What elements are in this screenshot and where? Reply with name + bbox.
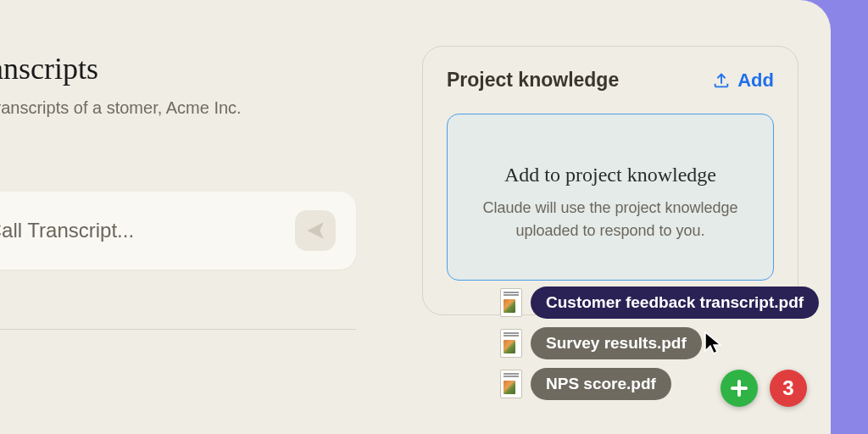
- drag-badges: 3: [721, 370, 807, 407]
- cursor-icon: [704, 331, 724, 356]
- dropzone-title: Add to project knowledge: [468, 164, 753, 186]
- count-badge: 3: [770, 370, 807, 407]
- file-name-pill: Customer feedback transcript.pdf: [531, 287, 819, 319]
- dragged-file[interactable]: NPS score.pdf: [500, 368, 868, 400]
- file-name-pill: Survey results.pdf: [531, 327, 702, 359]
- divider: [0, 329, 356, 330]
- panel-title: Project knowledge: [447, 69, 619, 92]
- knowledge-dropzone[interactable]: Add to project knowledge Claude will use…: [447, 114, 774, 281]
- add-button[interactable]: Add: [712, 70, 774, 92]
- main-content: er Call Transcripts ontains the call tra…: [0, 0, 390, 434]
- dragged-file[interactable]: Survey results.pdf: [500, 327, 868, 359]
- message-input[interactable]: Customer Call Transcript...: [0, 219, 281, 242]
- project-knowledge-panel: Project knowledge Add Add to project kno…: [422, 46, 798, 315]
- add-badge: [721, 370, 758, 407]
- file-name-pill: NPS score.pdf: [531, 368, 671, 400]
- list-item[interactable]: Ahsam: [0, 348, 356, 366]
- send-icon: [304, 220, 326, 242]
- dropzone-description: Claude will use the project knowledge up…: [468, 197, 753, 242]
- message-input-container: Customer Call Transcript...: [0, 192, 356, 270]
- plus-icon: [729, 378, 749, 398]
- project-description: ontains the call transcripts of a stomer…: [0, 95, 356, 120]
- upload-icon: [712, 71, 731, 90]
- panel-header: Project knowledge Add: [447, 69, 774, 92]
- send-button[interactable]: [295, 210, 336, 251]
- dragged-files-group: Customer feedback transcript.pdf Survey …: [500, 287, 868, 409]
- project-title: er Call Transcripts: [0, 51, 356, 86]
- dragged-file[interactable]: Customer feedback transcript.pdf: [500, 287, 868, 319]
- file-icon: [500, 329, 522, 358]
- file-icon: [500, 370, 522, 398]
- add-label: Add: [737, 70, 774, 92]
- file-icon: [500, 288, 522, 317]
